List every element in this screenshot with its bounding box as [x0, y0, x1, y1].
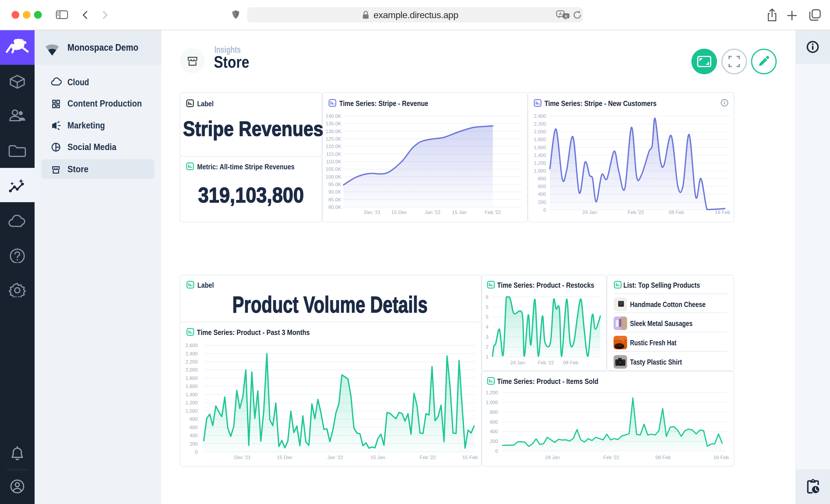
svg-text:X: X: [565, 14, 568, 19]
svg-text:A: A: [559, 11, 562, 16]
